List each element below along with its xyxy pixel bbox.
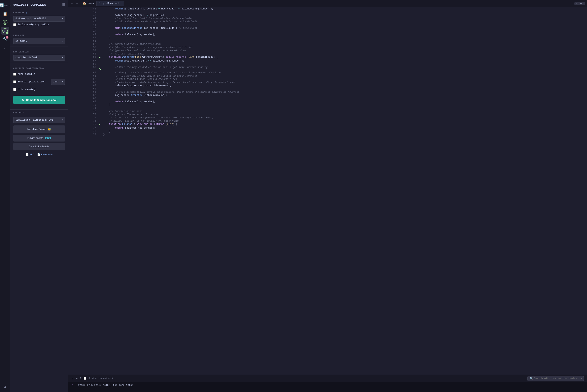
bottom-bar: ⇅ ⊘ 0 listen on network 🔍 [68,375,587,382]
home-tab-label: Home [88,2,94,5]
abi-label: ABI [30,154,34,156]
sidebar-item-files[interactable]: 📋 [1,10,9,18]
terminal-message: • remix (run remix.help() for more info) [75,384,133,386]
sidebar-title: SOLIDITY COMPILER [13,3,46,7]
contract-select[interactable]: SimpleBank (SimpleBank.sol) [13,117,65,123]
settings-icon: ⚙ [4,384,6,389]
double-chevron-icon[interactable]: ⇅ [72,377,73,380]
code-line-52: 52 /// @notice Withdraw ether from bank [68,42,587,46]
bytecode-link[interactable]: 📄 Bytecode [37,153,53,156]
auto-compile-checkbox[interactable] [13,73,16,76]
deploy-badge: 3 [6,36,9,38]
publish-ipfs-button[interactable]: Publish on Ipfs IPFS [13,135,65,142]
evm-version-select[interactable]: compiler default istanbul berlin london [13,55,65,61]
sidebar-item-deploy[interactable]: 🔧 3 [1,36,9,43]
code-line-72: 72 /// @notice Get balance [68,110,587,113]
config-section-label: COMPILER CONFIGURATION [13,67,65,70]
code-line-56: 56 ▶ function withdraw(uint withdrawAmou… [68,56,587,59]
sidebar-item-solidity[interactable]: ◈ [1,27,9,34]
code-line-76: 76 ▶ function balance() view public retu… [68,123,587,126]
code-line-73: 73 /// @return The balance of the user [68,113,587,116]
line-arrow-76: ▶ [99,123,100,126]
code-line-54: 54 /// @param withdrawAmount amount you … [68,49,587,52]
code-line-45: 45 // all values set to data type's init… [68,20,587,23]
simplebank-tab[interactable]: SimpleBank.sol ✕ [96,1,124,6]
code-line-62: 62 // than their balance using a recursi… [68,78,587,81]
evm-section: EVM VERSION compiler default istanbul be… [10,48,68,61]
zoom-out-icon[interactable]: − [75,2,79,6]
config-section: COMPILER CONFIGURATION Auto compile Enab… [10,65,68,92]
compilation-details-label: Compilation Details [29,145,50,148]
sidebar-item-test[interactable]: ✓ [1,44,9,52]
code-line-67: 67 msg.sender.transfer(withdrawAmount); [68,94,587,97]
code-editor[interactable]: 41 require((balances[msg.sender] + msg.v… [68,7,587,375]
zoom-in-icon[interactable]: + [70,2,74,6]
ipfs-badge: IPFS [45,137,51,139]
code-line-74: 74 // 'view' (ex: constant) prevents fun… [68,116,587,120]
line-arrow-59: ↘ [99,66,101,71]
code-line-44: 44 // no "this." or "self." required wit… [68,17,587,20]
optimization-checkbox[interactable] [13,80,16,83]
compiler-version-select[interactable]: 0.6.6+commit.6c089d02 0.6.5+commit.f4a55… [13,16,65,22]
main-editor-area: + − 🏠 Home SimpleBank.sol ✕ 2 tabs 41 re… [68,0,587,392]
abi-link[interactable]: 📄 ABI [26,153,34,156]
compile-label: Compile [4,5,11,7]
code-line-53: 53 /// @dev This does not return any exc… [68,46,587,49]
optimization-runs-select-wrapper: 200 ▼ [51,79,65,85]
terminal: • • remix (run remix.help() for more inf… [68,382,587,392]
compiler-info-icon[interactable]: ℹ [26,12,27,14]
language-select[interactable]: Solidity Yul [13,38,65,44]
refresh-icon: ↻ [22,98,24,102]
hide-warnings-label: Hide warnings [18,88,37,91]
code-line-43: 43 balances[msg.sender] += msg.value; [68,14,587,17]
compile-button-label: Compile SimpleBank.sol [26,98,57,102]
listen-label: listen on network [89,377,113,380]
code-line-59: 59 ↘ // Note the way we deduct the balan… [68,66,587,71]
code-line-58: 58 [68,62,587,66]
code-line-78: 78 } [68,130,587,133]
home-icon: 🏠 [83,2,87,6]
code-line-66: 66 // this automatically throws on a fai… [68,90,587,94]
code-line-61: 61 // This may allow the caller to reque… [68,74,587,78]
code-line-48: 48 [68,30,587,33]
language-section: LANGUAGE Solidity Yul ▼ [10,32,68,44]
auto-compile-label: Auto compile [18,73,35,76]
tab-close-icon[interactable]: ✕ [120,2,122,5]
code-line-49: 49 return balances[msg.sender]; [68,33,587,36]
sidebar-item-compile[interactable]: 🔄 Compile [1,2,9,9]
code-line-71: 71 [68,106,587,110]
files-icon: 📋 [3,12,7,16]
code-line-70: 70 } [68,103,587,106]
tab-bar: + − 🏠 Home SimpleBank.sol ✕ 2 tabs [68,0,587,7]
language-section-label: LANGUAGE [13,34,65,36]
transaction-search-bar: 🔍 [527,376,584,381]
code-line-47: 47 emit LogDepositMade(msg.sender, msg.v… [68,26,587,30]
tab-count-badge[interactable]: 2 tabs [574,2,585,5]
code-line-55: 55 /// @return remainingBal [68,52,587,56]
abi-bytecode-actions: 📄 ABI 📄 Bytecode [10,153,68,156]
publish-swarm-label: Publish on Swarm [27,128,46,131]
enable-optimization-row[interactable]: Enable optimization 200 ▼ [13,77,65,86]
transaction-search-input[interactable] [534,377,581,380]
compile-button[interactable]: ↻ Compile SimpleBank.sol [13,96,65,104]
compiler-section-label: COMPILER ℹ [13,12,65,14]
hide-warnings-row[interactable]: Hide warnings [13,86,65,92]
stop-icon[interactable]: ⊘ [76,377,77,380]
sidebar-menu-icon[interactable]: ☰ [62,3,65,7]
hide-warnings-checkbox[interactable] [13,88,16,91]
sidebar-item-settings[interactable]: ⚙ [1,383,9,390]
code-line-75: 75 // allows function to run locally/off… [68,120,587,123]
compilation-details-button[interactable]: Compilation Details [13,143,65,150]
contract-section: CONTRACT SimpleBank (SimpleBank.sol) ▼ [10,112,68,123]
auto-compile-row[interactable]: Auto compile [13,71,65,77]
abi-icon: 📄 [26,153,29,156]
publish-swarm-button[interactable]: Publish on Swarm 🐝 [13,126,65,133]
sidebar-item-git[interactable]: ◎ [1,18,9,26]
listen-network-checkbox[interactable] [84,377,86,380]
home-tab[interactable]: 🏠 Home [81,1,96,6]
include-nightly-checkbox[interactable] [13,23,16,26]
optimization-runs-select[interactable]: 200 [51,79,65,85]
code-line-50: 50 } [68,36,587,40]
code-line-46: 46 [68,23,587,26]
include-nightly-row[interactable]: Include nightly builds [13,22,65,28]
